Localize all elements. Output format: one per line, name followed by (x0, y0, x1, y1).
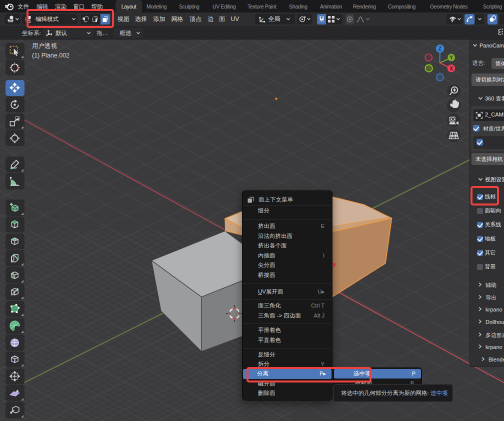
svg-text:Y: Y (450, 55, 453, 60)
svg-text:用户透视: 用户透视 (32, 42, 58, 50)
svg-text:Z: Z (438, 46, 442, 52)
svg-text:X: X (450, 66, 453, 72)
svg-text:(1) Plane.002: (1) Plane.002 (32, 52, 70, 59)
